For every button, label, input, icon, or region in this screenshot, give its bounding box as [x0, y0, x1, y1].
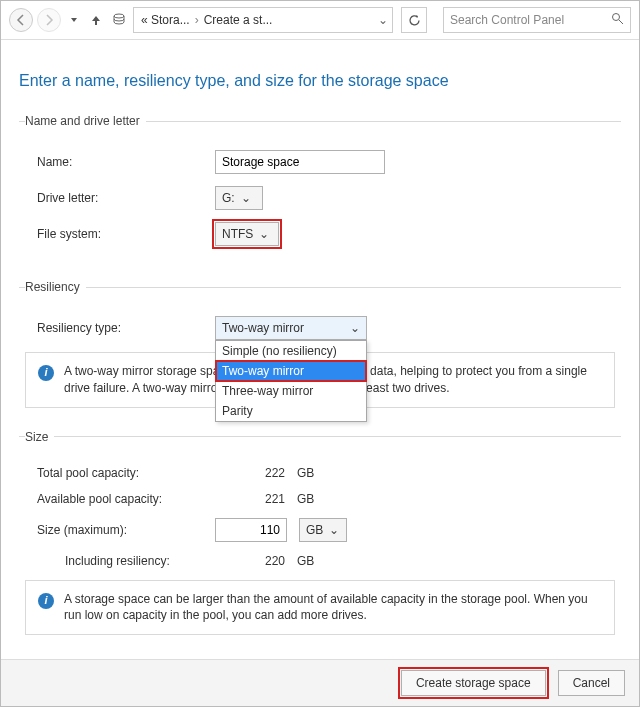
including-resiliency-unit: GB: [297, 554, 314, 568]
drive-letter-select[interactable]: G: ⌄: [215, 186, 263, 210]
drive-letter-label: Drive letter:: [25, 191, 215, 205]
total-capacity-label: Total pool capacity:: [25, 466, 215, 480]
content-area: Enter a name, resiliency type, and size …: [1, 40, 639, 667]
chevron-down-icon[interactable]: ⌄: [372, 13, 388, 27]
size-unit-select[interactable]: GB ⌄: [299, 518, 347, 542]
group-size: Size Total pool capacity: 222 GB Availab…: [19, 430, 621, 640]
size-info-box: i A storage space can be larger than the…: [25, 580, 615, 636]
up-button[interactable]: [87, 8, 105, 32]
including-resiliency-value: 220: [215, 554, 285, 568]
info-icon: i: [38, 593, 54, 609]
chevron-down-icon: ⌄: [259, 227, 269, 241]
toolbar: « Stora... › Create a st... ⌄ Search Con…: [1, 1, 639, 40]
filesystem-select[interactable]: NTFS ⌄: [215, 222, 279, 246]
chevron-down-icon: ⌄: [329, 523, 339, 537]
forward-button[interactable]: [37, 8, 61, 32]
group-resiliency: Resiliency Resiliency type: Two-way mirr…: [19, 280, 621, 412]
breadcrumb-item[interactable]: Create a st...: [201, 13, 276, 27]
filesystem-label: File system:: [25, 227, 215, 241]
svg-point-1: [613, 14, 620, 21]
name-label: Name:: [25, 155, 215, 169]
footer: Create storage space Cancel: [1, 659, 639, 706]
search-icon: [611, 12, 624, 28]
svg-line-2: [619, 20, 623, 24]
group-legend: Name and drive letter: [25, 114, 146, 128]
dropdown-option[interactable]: Parity: [216, 401, 366, 421]
avail-capacity-label: Available pool capacity:: [25, 492, 215, 506]
storage-icon: [109, 8, 129, 32]
size-label: Size (maximum):: [25, 523, 215, 537]
avail-capacity-value: 221: [215, 492, 285, 506]
breadcrumb-item[interactable]: « Stora...: [138, 13, 193, 27]
chevron-down-icon: ⌄: [241, 191, 251, 205]
svg-point-0: [114, 14, 124, 18]
search-placeholder: Search Control Panel: [450, 13, 611, 27]
name-input[interactable]: [215, 150, 385, 174]
resiliency-type-select[interactable]: Two-way mirror ⌄: [215, 316, 367, 340]
chevron-down-icon: ⌄: [350, 321, 360, 335]
breadcrumb[interactable]: « Stora... › Create a st... ⌄: [133, 7, 393, 33]
including-resiliency-label: Including resiliency:: [25, 554, 215, 568]
group-legend: Size: [25, 430, 54, 444]
chevron-right-icon: ›: [193, 13, 201, 27]
history-dropdown[interactable]: [65, 8, 83, 32]
size-info-text: A storage space can be larger than the a…: [64, 591, 602, 625]
group-legend: Resiliency: [25, 280, 86, 294]
avail-capacity-unit: GB: [297, 492, 314, 506]
total-capacity-unit: GB: [297, 466, 314, 480]
cancel-button[interactable]: Cancel: [558, 670, 625, 696]
dropdown-option[interactable]: Simple (no resiliency): [216, 341, 366, 361]
refresh-button[interactable]: [401, 7, 427, 33]
info-icon: i: [38, 365, 54, 381]
back-button[interactable]: [9, 8, 33, 32]
dropdown-option-selected[interactable]: Two-way mirror: [216, 361, 366, 381]
page-title: Enter a name, resiliency type, and size …: [19, 72, 621, 90]
total-capacity-value: 222: [215, 466, 285, 480]
dropdown-option[interactable]: Three-way mirror: [216, 381, 366, 401]
resiliency-type-label: Resiliency type:: [25, 321, 215, 335]
search-input[interactable]: Search Control Panel: [443, 7, 631, 33]
resiliency-dropdown: Simple (no resiliency) Two-way mirror Th…: [215, 340, 367, 422]
create-storage-space-button[interactable]: Create storage space: [401, 670, 546, 696]
group-name-drive: Name and drive letter Name: Drive letter…: [19, 114, 621, 262]
size-input[interactable]: [215, 518, 287, 542]
